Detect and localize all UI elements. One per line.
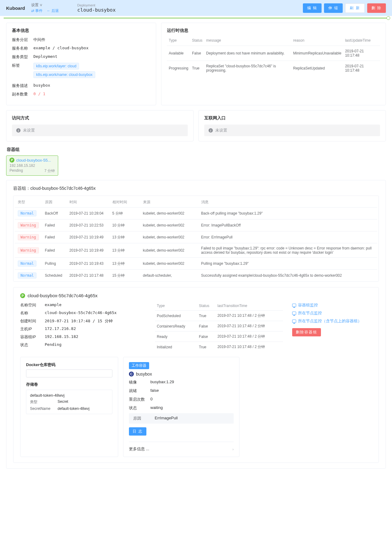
- internet-card: 互联网入口 i未设置: [198, 110, 386, 141]
- container-restart: 0: [150, 397, 153, 402]
- runtime-table: Type Status message reason lastUpdateTim…: [167, 37, 380, 76]
- detail-title: 容器组：cloud-busybox-55c7dc7c46-4g65x: [13, 186, 379, 191]
- pod-card[interactable]: Pcloud-busybox-55... 192.168.15.182 Pend…: [6, 155, 58, 176]
- chevron-down-icon: ∨: [40, 3, 43, 7]
- access-card: 访问方式 i未设置: [6, 110, 194, 141]
- container-badge-icon: C: [129, 372, 134, 376]
- runtime-info-card: 运行时信息 Type Status message reason lastUpd…: [161, 23, 386, 105]
- pod-state: Pending: [45, 342, 62, 348]
- condition-row: InitializedTrue2019-07-21 10:17:48 / 2 分…: [155, 342, 283, 352]
- events-table: 类型 原因 时间 相对时间 来源 消息 NormalBackOff2019-07…: [15, 197, 377, 281]
- delete-button[interactable]: 删 除: [367, 3, 386, 13]
- event-level-badge: Normal: [18, 260, 36, 267]
- pod-namespace: example: [45, 302, 62, 308]
- back-link[interactable]: ← 后退: [47, 8, 59, 13]
- header-actions: 编 辑 伸 缩 刷 新 删 除: [303, 3, 386, 13]
- deployment-kind: Deployment: [77, 3, 115, 7]
- work-container-badge: 工作容器: [129, 362, 149, 369]
- event-row: WarningFailed2019-07-21 10:19:4913 分钟kub…: [15, 243, 377, 258]
- scale-button[interactable]: 伸 缩: [324, 3, 343, 13]
- service-type: Deployment: [33, 54, 57, 59]
- volume-name: default-token-48wvj: [30, 393, 108, 398]
- deployment-name: cloud-busybox: [77, 7, 115, 13]
- event-row: NormalBackOff2019-07-21 10:28:045 分钟kube…: [15, 208, 377, 219]
- settings-dropdown[interactable]: 设置 ∨: [31, 2, 43, 8]
- info-icon: i: [16, 128, 21, 133]
- event-level-badge: Normal: [18, 272, 36, 279]
- pod-badge-icon: P: [20, 293, 25, 298]
- label-tag[interactable]: k8s.eip.work/name: cloud-busybox: [33, 71, 95, 78]
- runtime-row: ProgressingTrueReplicaSet "cloud-busybox…: [167, 61, 380, 76]
- info-icon: i: [209, 128, 213, 133]
- container-name: busybox: [136, 372, 152, 376]
- pod-hostip: 172.17.216.82: [45, 326, 76, 332]
- event-level-badge: Normal: [18, 210, 36, 216]
- pod-card-state: Pending: [9, 168, 23, 174]
- condition-row: ContainersReadyFalse2019-07-21 10:17:48 …: [155, 321, 283, 331]
- pod-monitor-link[interactable]: 容器组监控: [292, 302, 372, 308]
- condition-row: PodScheduledTrue2019-07-21 10:17:48 / 2 …: [155, 311, 283, 321]
- label-tag[interactable]: k8s.eip.work/layer: cloud: [33, 63, 79, 69]
- monitor-icon: [292, 320, 296, 323]
- logs-button[interactable]: 日 志: [129, 427, 146, 436]
- condition-row: ReadyFalse2019-07-21 10:17:48 / 2 分钟: [155, 331, 283, 342]
- pod-card-name: cloud-busybox-55...: [16, 158, 51, 163]
- brand[interactable]: Kuboard: [6, 6, 25, 11]
- delete-pod-button[interactable]: 删除容器组: [292, 328, 321, 336]
- conditions-table: Type Status lastTransitionTime PodSchedu…: [155, 302, 283, 352]
- docker-secret-card: Docker仓库密码 存储卷 default-token-48wvj 类型Sec…: [20, 357, 118, 457]
- container-ready: false: [150, 388, 159, 394]
- pod-info-panel: Pcloud-busybox-55c7dc7c46-4g65x 名称空间exam…: [13, 287, 379, 463]
- pod-card-age: 7 分钟: [44, 168, 55, 174]
- more-info-toggle[interactable]: 更多信息 ...›: [129, 442, 234, 452]
- pod-detail-card: 容器组：cloud-busybox-55c7dc7c46-4g65x 类型 原因…: [6, 180, 386, 469]
- service-name: example / cloud-busybox: [33, 46, 89, 50]
- basic-info-card: 基本信息 服务分层中间件 服务名称example / cloud-busybox…: [6, 23, 156, 105]
- pod-podip: 192.168.15.182: [45, 334, 78, 340]
- check-icon: ✓: [387, 17, 390, 20]
- node-monitor-link[interactable]: 所在节点监控: [292, 310, 372, 316]
- container-card: 工作容器 Cbusybox 镜像busybax:1.29 就绪false 重启次…: [123, 357, 239, 457]
- not-set-notice: i未设置: [12, 125, 188, 136]
- volume-item: default-token-48wvj 类型Secret SecretNamed…: [26, 390, 112, 414]
- app-header: Kuboard 设置 ∨ ⇄ 事件 ← 后退 Deployment cloud-…: [0, 0, 392, 16]
- events-link[interactable]: ⇄ 事件: [31, 8, 43, 13]
- event-row: WarningFailed2019-07-21 10:22:5310 分钟kub…: [15, 219, 377, 231]
- event-row: NormalPulling2019-07-21 10:19:4313 分钟kub…: [15, 258, 377, 270]
- replica-count: 0 / 1: [33, 92, 45, 96]
- node-monitor-all-link[interactable]: 所在节点监控（含节点上的容器组）: [292, 318, 372, 324]
- header-middle: 设置 ∨ ⇄ 事件 ← 后退: [31, 2, 59, 13]
- pod-badge-icon: P: [9, 158, 14, 163]
- event-level-badge: Warning: [18, 247, 39, 253]
- event-row: NormalScheduled2019-07-21 10:17:4815 分钟d…: [15, 270, 377, 282]
- edit-button[interactable]: 编 辑: [303, 3, 322, 13]
- monitor-icon: [292, 304, 296, 307]
- basic-title: 基本信息: [12, 28, 150, 33]
- container-state: waiting: [150, 405, 163, 411]
- pod-card-ip: 192.168.15.182: [9, 163, 55, 168]
- pod-name-val: cloud-busybox-55c7dc7c46-4g65x: [45, 310, 117, 316]
- pod-created: 2019-07-21 10:17:48 / 15 分钟: [45, 318, 113, 324]
- event-level-badge: Warning: [18, 222, 39, 228]
- service-desc: busybox: [33, 83, 50, 88]
- refresh-button[interactable]: 刷 新: [345, 3, 364, 13]
- not-set-notice: i未设置: [204, 125, 380, 136]
- runtime-title: 运行时信息: [167, 28, 380, 33]
- event-level-badge: Warning: [18, 234, 39, 240]
- container-image: busybax:1.29: [150, 380, 174, 385]
- event-row: WarningFailed2019-07-21 10:19:4913 分钟kub…: [15, 231, 377, 243]
- runtime-row: AvailableFalseDeployment does not have m…: [167, 46, 380, 61]
- monitor-icon: [292, 312, 296, 315]
- chevron-right-icon: ›: [232, 447, 234, 451]
- deployment-title: Deployment cloud-busybox: [77, 3, 115, 13]
- pods-section-title: 容器组: [7, 147, 385, 152]
- container-reason: 原因ErrImagePull: [129, 413, 234, 424]
- pod-full-name: cloud-busybox-55c7dc7c46-4g65x: [28, 293, 97, 298]
- service-layer: 中间件: [33, 37, 45, 43]
- progress-bar: ✓: [4, 18, 388, 18]
- docker-password-input[interactable]: [26, 369, 112, 377]
